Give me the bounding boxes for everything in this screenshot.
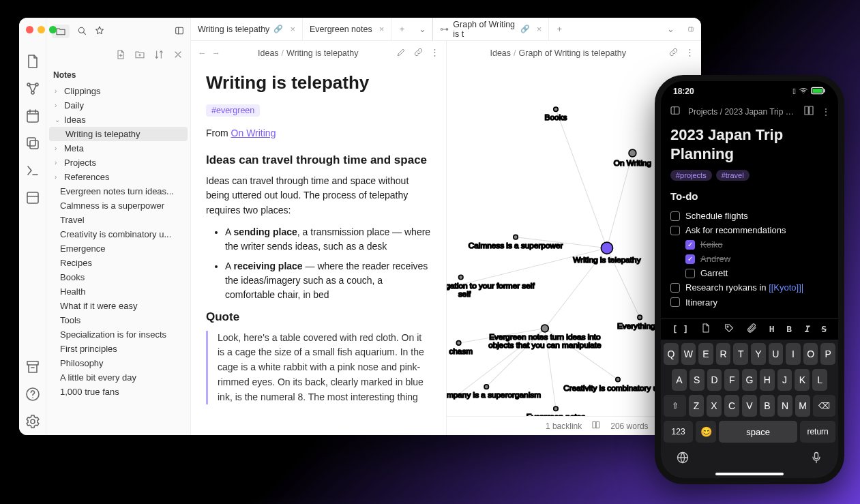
italic-button[interactable]: I (804, 324, 810, 334)
file-item[interactable]: Evergreen notes turn ideas... (46, 184, 190, 198)
file-item[interactable]: Books (46, 270, 190, 284)
folder-clippings[interactable]: ›Clippings (46, 84, 190, 98)
file-item[interactable]: A little bit every day (46, 370, 190, 385)
sort-icon[interactable] (153, 49, 164, 62)
checkbox-icon[interactable] (670, 226, 680, 235)
tag-evergreen[interactable]: #evergreen (206, 104, 260, 117)
close-window-icon[interactable] (26, 26, 33, 33)
more-icon[interactable]: ⋮ (430, 47, 439, 59)
file-item[interactable]: Tools (46, 313, 190, 327)
breadcrumb[interactable]: Projects / 2023 Japan Trip Pl... (688, 107, 796, 117)
key-b[interactable]: B (760, 395, 775, 417)
link-icon[interactable] (413, 47, 424, 59)
file-item[interactable]: Health (46, 284, 190, 299)
settings-icon[interactable] (25, 413, 41, 430)
phone-document[interactable]: 2023 Japan Trip Planning #projects #trav… (661, 121, 838, 318)
strike-button[interactable]: S (821, 324, 827, 334)
key-l[interactable]: L (812, 369, 827, 391)
search-icon[interactable] (76, 25, 87, 38)
home-indicator[interactable] (715, 473, 784, 475)
tag-projects[interactable]: #projects (670, 170, 712, 181)
help-icon[interactable] (25, 386, 41, 402)
key-o[interactable]: O (803, 343, 818, 365)
todo-item[interactable]: ✓Keiko (670, 237, 829, 252)
minimize-window-icon[interactable] (38, 26, 45, 33)
mic-icon[interactable] (810, 451, 823, 467)
folder-references[interactable]: ›References (46, 170, 190, 184)
checkbox-icon[interactable] (670, 211, 680, 221)
key-u[interactable]: U (769, 343, 784, 365)
key-f[interactable]: F (724, 369, 739, 391)
file-icon[interactable] (700, 323, 711, 336)
document-body[interactable]: Writing is telepathy #evergreen From On … (191, 65, 446, 425)
folder-daily[interactable]: ›Daily (46, 98, 190, 113)
paperclip-icon[interactable] (746, 323, 757, 336)
tag-travel[interactable]: #travel (716, 170, 750, 181)
key-shift[interactable]: ⇧ (664, 395, 686, 417)
key-h[interactable]: H (760, 369, 775, 391)
file-item[interactable]: 1,000 true fans (46, 385, 190, 399)
key-emoji[interactable]: 😊 (696, 421, 716, 443)
left-panel-icon[interactable] (669, 104, 681, 119)
file-writing-is-telepathy[interactable]: Writing is telepathy (49, 127, 188, 141)
file-item[interactable]: Creativity is combinatory u... (46, 227, 190, 241)
tab-graph[interactable]: ⊶ Graph of Writing is t 🔗 × (433, 18, 549, 40)
key-m[interactable]: M (795, 395, 810, 417)
nav-back-icon[interactable]: ← (198, 48, 207, 58)
todo-item[interactable]: ✓Andrew (670, 252, 829, 266)
key-z[interactable]: Z (689, 395, 704, 417)
key-a[interactable]: A (672, 369, 687, 391)
wikilink-kyoto[interactable]: [[Kyoto]] (769, 282, 801, 293)
link-icon[interactable] (668, 47, 679, 59)
file-item[interactable]: Travel (46, 213, 190, 227)
terminal-icon[interactable] (25, 162, 41, 179)
todo-item[interactable]: Schedule flights (670, 209, 829, 223)
right-panel-toggle-icon[interactable] (681, 24, 701, 35)
folder-ideas[interactable]: ⌄Ideas (46, 113, 190, 127)
key-v[interactable]: V (742, 395, 757, 417)
calendar-icon[interactable] (25, 108, 41, 124)
key-c[interactable]: C (724, 395, 739, 417)
layout-icon[interactable] (25, 190, 41, 206)
breadcrumb[interactable]: Ideas/Writing is telepathy (226, 48, 391, 58)
key-g[interactable]: G (742, 369, 757, 391)
backlinks-count[interactable]: 1 backlink (546, 421, 582, 431)
new-folder-icon[interactable] (134, 49, 145, 62)
tab-writing[interactable]: Writing is telepathy 🔗 × (191, 18, 303, 40)
new-tab-button[interactable]: + (549, 18, 569, 40)
checkbox-icon[interactable] (670, 283, 680, 293)
file-item[interactable]: Emergence (46, 241, 190, 256)
key-n[interactable]: N (777, 395, 792, 417)
key-return[interactable]: return (800, 421, 835, 443)
panel-toggle-icon[interactable] (174, 25, 185, 38)
key-d[interactable]: D (707, 369, 722, 391)
new-file-icon[interactable] (115, 49, 126, 62)
globe-icon[interactable] (676, 451, 690, 467)
key-p[interactable]: P (820, 343, 835, 365)
key-e[interactable]: E (698, 343, 713, 365)
key-j[interactable]: J (777, 369, 792, 391)
tag-icon[interactable] (724, 323, 735, 336)
key-x[interactable]: X (707, 395, 722, 417)
star-icon[interactable] (94, 25, 105, 38)
onscreen-keyboard[interactable]: Q W E R T Y U I O P A S D F G H J K L ⇧ … (661, 340, 838, 478)
new-tab-button[interactable]: + (391, 18, 412, 40)
key-numbers[interactable]: 123 (664, 421, 693, 443)
todo-item[interactable]: Itinerary (670, 295, 829, 310)
todo-item[interactable]: Research ryokans in [[Kyoto]] (670, 280, 829, 295)
key-w[interactable]: W (681, 343, 696, 365)
key-t[interactable]: T (733, 343, 748, 365)
key-backspace[interactable]: ⌫ (813, 395, 835, 417)
key-k[interactable]: K (795, 369, 810, 391)
todo-item[interactable]: Ask for recommendations (670, 223, 829, 237)
file-item[interactable]: Recipes (46, 256, 190, 270)
close-tab-icon[interactable]: × (290, 24, 295, 34)
file-item[interactable]: Philosophy (46, 356, 190, 370)
breadcrumb[interactable]: Ideas/Graph of Writing is telepathy (454, 48, 664, 58)
checkbox-icon[interactable] (670, 297, 680, 307)
link-on-writing[interactable]: On Writing (231, 128, 276, 138)
checkbox-checked-icon[interactable]: ✓ (685, 254, 695, 264)
key-y[interactable]: Y (751, 343, 766, 365)
more-icon[interactable]: ⋮ (685, 47, 694, 59)
key-r[interactable]: R (716, 343, 731, 365)
